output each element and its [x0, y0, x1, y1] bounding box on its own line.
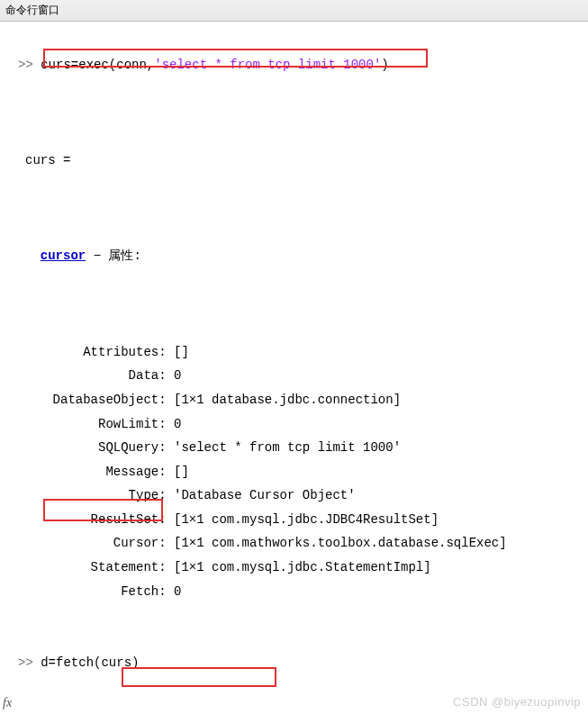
prop-cursor: Cursor: [1×1 com.mathworks.toolbox.datab… — [0, 536, 507, 550]
prop-data: Data: 0 — [0, 368, 181, 383]
result1-var: curs = — [0, 149, 588, 173]
blank-line — [0, 603, 588, 628]
blank-line — [0, 196, 588, 221]
blank-line — [0, 101, 588, 125]
command-line-2: >> d=fetch(curs) — [0, 651, 588, 675]
cmd2: d=fetch(curs) — [41, 655, 139, 670]
command-line-1: >> curs=exec(conn,'select * from tcp lim… — [0, 53, 588, 77]
fx-icon[interactable]: fx — [3, 696, 12, 710]
cursor-link[interactable]: cursor — [41, 249, 86, 263]
prompt-icon: >> — [18, 58, 41, 72]
prop-rowlimit: RowLimit: 0 — [0, 417, 181, 431]
prop-attributes: Attributes: [] — [0, 345, 189, 359]
command-window-content[interactable]: >> curs=exec(conn,'select * from tcp lim… — [0, 22, 588, 714]
prop-type: Type: 'Database Cursor Object' — [0, 488, 356, 502]
prop-message: Message: [] — [0, 465, 189, 479]
cmd1-string: 'select * from tcp limit 1000' — [154, 58, 381, 72]
cmd1-post: ) — [381, 58, 388, 72]
prop-sqlquery: SQLQuery: 'select * from tcp limit 1000' — [0, 440, 401, 455]
props-label: − 属性: — [86, 249, 141, 263]
prop-fetch: Fetch: 0 — [0, 584, 181, 599]
watermark: CSDN @biyezuopinvip — [453, 695, 581, 709]
cmd1-pre: curs=exec(conn, — [41, 58, 154, 72]
prop-databaseobject: DatabaseObject: [1×1 database.jdbc.conne… — [0, 393, 401, 407]
blank-line — [0, 293, 588, 317]
cursor-props-header: cursor − 属性: — [0, 244, 588, 268]
window-title: 命令行窗口 — [0, 0, 588, 22]
prop-resultset: ResultSet: [1×1 com.mysql.jdbc.JDBC4Resu… — [0, 512, 439, 527]
prompt-icon: >> — [18, 655, 41, 670]
prop-statement: Statement: [1×1 com.mysql.jdbc.Statement… — [0, 560, 431, 574]
